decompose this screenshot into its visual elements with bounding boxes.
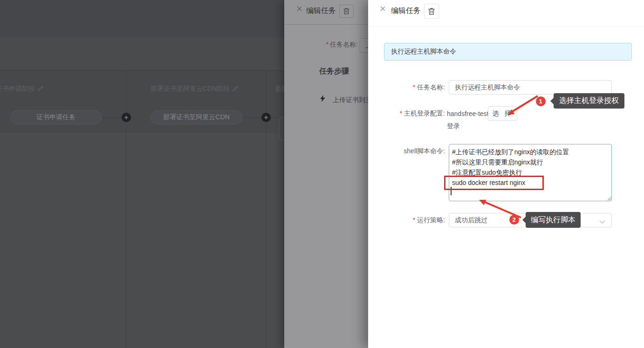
connector-line <box>102 117 122 118</box>
delete-task-button[interactable] <box>424 4 439 19</box>
drawer-header-divider <box>284 24 368 25</box>
stage-divider <box>266 70 267 348</box>
stage-title: 证书申请阶段 <box>0 85 43 93</box>
select-host-button[interactable]: 选 择 <box>488 106 517 121</box>
add-task-button[interactable]: + <box>122 113 131 122</box>
stage-title: 部署证书至阿里云CDN阶段 <box>151 85 238 93</box>
task-steps-heading: 任务步骤 <box>319 67 349 76</box>
info-banner: 执行远程主机脚本命令 <box>384 43 632 61</box>
tooltip-arrow <box>522 217 526 223</box>
edit-pencil-icon[interactable] <box>233 85 238 93</box>
drawer-header-divider <box>368 26 644 27</box>
task-name-input[interactable]: 执行远程主机脚本命令 <box>449 80 612 95</box>
task-name-label: *任务名称: <box>368 83 445 92</box>
host-login-value-wrap: 登录 <box>447 122 460 130</box>
host-login-value: handsfree-test <box>447 110 489 117</box>
required-mark: * <box>413 216 415 224</box>
task-name-input[interactable]: 上 <box>360 38 368 53</box>
task-pill-cert-apply[interactable]: 证书申请任务 <box>10 110 102 124</box>
edit-task-drawer: × 编辑任务 执行远程主机脚本命令 *任务名称: 执行远程主机脚本命令 *主机登… <box>368 0 644 348</box>
connector-line <box>242 117 261 118</box>
close-icon[interactable]: × <box>296 5 302 13</box>
shell-script-label: shell脚本命令: <box>368 147 445 156</box>
resize-grip-icon[interactable] <box>606 194 611 203</box>
task-name-label: *任务名称: <box>284 41 358 49</box>
annotation-tooltip-1: 选择主机登录授权 <box>554 93 624 109</box>
required-mark: * <box>400 109 402 117</box>
annotation-tooltip-2: 编写执行脚本 <box>526 212 581 228</box>
trash-icon <box>343 8 349 14</box>
run-strategy-label: *运行策略: <box>368 216 445 225</box>
annotation-badge-2: 2 <box>509 215 519 225</box>
delete-task-button[interactable] <box>339 5 354 18</box>
host-login-label: *主机登录配置: <box>368 109 445 118</box>
edit-task-drawer-behind: × 编辑任务 *任务名称: 上 任务步骤 上传证书到主 <box>284 0 368 348</box>
stage-divider <box>126 70 126 348</box>
connector-line <box>271 117 279 118</box>
task-pill-deploy-cdn[interactable]: 部署证书至阿里云CDN <box>151 110 242 124</box>
screen: 证书申请阶段 部署证书至阿里云CDN阶段 新阶段 证书申请任务 部署证书至阿里云… <box>0 0 644 348</box>
drawer-title: 编辑任务 <box>306 6 336 16</box>
drawer-title: 编辑任务 <box>391 6 421 16</box>
add-task-button[interactable]: + <box>261 113 271 122</box>
annotation-badge-1: 1 <box>536 96 546 106</box>
shell-script-textarea[interactable]: #上传证书已经放到了nginx的读取的位置 #所以这里只需要重启nginx就行 … <box>449 144 612 201</box>
close-icon[interactable]: × <box>380 5 386 13</box>
tooltip-arrow <box>550 98 554 104</box>
trash-icon <box>428 8 435 15</box>
annotation-highlight-rect <box>444 176 544 190</box>
required-mark: * <box>413 83 415 91</box>
required-mark: * <box>326 41 329 48</box>
lightning-icon <box>320 95 325 104</box>
edit-pencil-icon[interactable] <box>38 85 43 93</box>
step-item-label[interactable]: 上传证书到主 <box>333 96 368 104</box>
chevron-down-icon <box>599 218 605 226</box>
